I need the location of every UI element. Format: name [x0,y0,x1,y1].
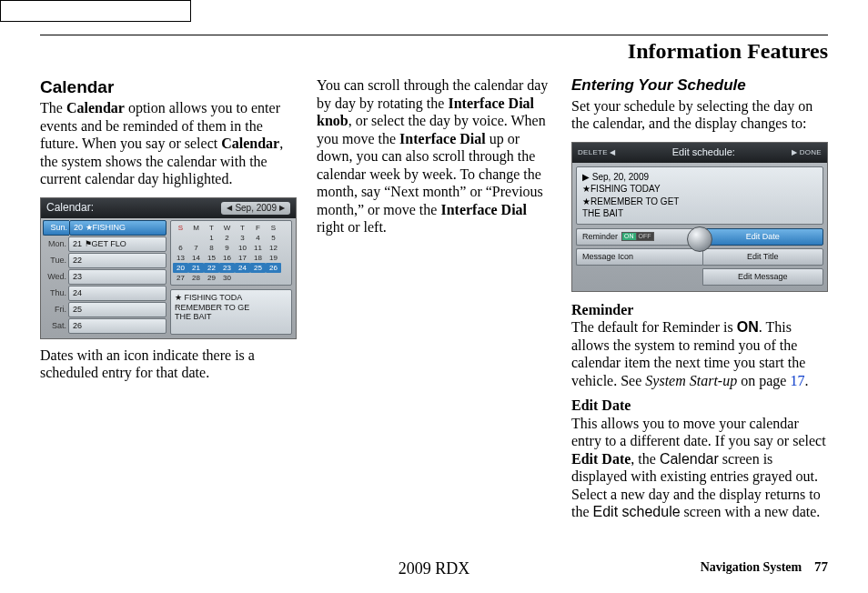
day-chip[interactable]: 21 ⚑GET FLO [68,236,167,252]
model-label: 2009 RDX [399,559,470,578]
day-abbr: Wed. [43,272,68,282]
calendar-screenshot: Calendar: ◀ Sep, 2009 ▶ Sun.20 ★FISHINGM… [40,197,297,339]
day-chip[interactable]: 22 [68,253,167,268]
reminder-button[interactable]: Reminder ONOFF [576,228,702,246]
done-button[interactable]: ▶DONE [792,148,822,157]
col1-caption: Dates with an icon indicate there is a s… [40,347,297,382]
message-icon-button[interactable]: Message Icon [576,248,702,266]
page-title: Information Features [40,39,828,64]
day-row[interactable]: Tue.22 [43,253,167,268]
edit-date-button[interactable]: Edit Date [702,228,824,246]
day-abbr: Sat. [43,321,68,331]
day-abbr: Sun. [43,220,69,236]
day-row[interactable]: Sat.26 [43,318,167,334]
day-row[interactable]: Mon.21 ⚑GET FLO [43,236,167,252]
col2-para1: You can scroll through the calendar day … [317,76,551,236]
reminder-section: Reminder The default for Reminder is ON.… [571,301,828,390]
heading-calendar: Calendar [40,76,297,97]
edit-title-button[interactable]: Edit Title [702,248,824,266]
edit-title-label: Edit schedule: [615,146,792,158]
month-label: Sep, 2009 [235,203,277,214]
day-row[interactable]: Sun.20 ★FISHING [43,220,167,236]
day-abbr: Fri. [43,305,68,315]
heading-entering-schedule: Entering Your Schedule [571,76,828,95]
day-row[interactable]: Fri.25 [43,302,167,317]
edit-date-section: Edit Date This allows you to move your c… [571,397,828,521]
column-1: Calendar The Calendar option allows you … [40,76,297,528]
edit-schedule-screenshot: DELETE◀ Edit schedule: ▶DONE ▶ Sep, 20, … [571,142,828,292]
col3-intro: Set your schedule by selecting the day o… [571,97,828,133]
day-chip[interactable]: 24 [68,286,167,301]
day-row[interactable]: Wed.23 [43,269,167,285]
day-abbr: Tue. [43,256,68,266]
day-chip[interactable]: 26 [68,318,167,334]
day-chip[interactable]: 20 ★FISHING [69,220,167,236]
page-footer: 2009 RDX Navigation System 77 [40,559,828,575]
page-link-17[interactable]: 17 [790,373,804,388]
footer-label: Navigation System [701,560,802,574]
column-3: Entering Your Schedule Set your schedule… [571,76,828,528]
month-grid[interactable]: SMTWTFS123456789101112131415161718192021… [170,220,292,286]
prev-month-icon[interactable]: ◀ [227,204,232,213]
edit-message-button[interactable]: Edit Message [702,268,824,286]
column-2: You can scroll through the calendar day … [317,76,551,528]
next-month-icon[interactable]: ▶ [279,204,285,213]
day-abbr: Mon. [43,239,68,249]
schedule-info: ▶ Sep, 20, 2009 ★FISHING TODAY ★REMEMBER… [576,166,823,225]
search-box[interactable] [0,0,191,22]
col1-para1: The Calendar option allows you to enter … [40,99,297,188]
delete-button[interactable]: DELETE◀ [578,148,615,157]
day-chip[interactable]: 23 [68,269,167,285]
day-abbr: Thu. [43,288,68,298]
day-list[interactable]: Sun.20 ★FISHINGMon.21 ⚑GET FLOTue.22Wed.… [43,220,167,334]
top-rule [40,35,828,35]
page-number: 77 [814,559,828,574]
day-row[interactable]: Thu.24 [43,286,167,301]
month-selector[interactable]: ◀ Sep, 2009 ▶ [221,202,290,215]
shot-title: Calendar: [46,201,94,215]
interface-dial-icon [687,226,712,252]
event-note: ★ FISHING TODA REMEMBER TO GE THE BAIT [170,289,292,335]
reminder-toggle[interactable]: ONOFF [621,232,654,241]
day-chip[interactable]: 25 [68,302,167,317]
